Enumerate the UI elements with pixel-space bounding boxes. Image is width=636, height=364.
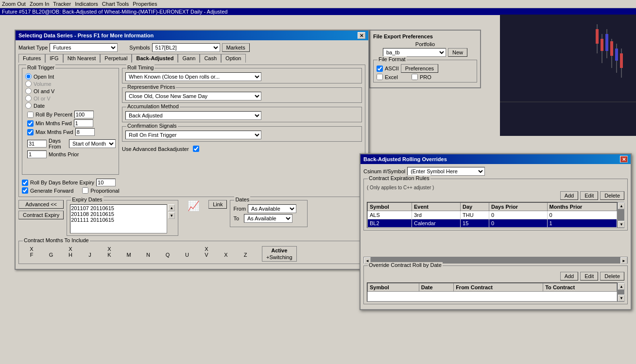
table1-scroll-up[interactable]: ▲ bbox=[618, 202, 625, 209]
radio-volume[interactable] bbox=[25, 81, 32, 87]
tab-ifg[interactable]: IFG bbox=[45, 54, 63, 63]
accumulation-method-select[interactable]: Back Adjusted bbox=[125, 111, 261, 120]
min-mnths-fwd-checkbox[interactable] bbox=[27, 120, 34, 127]
portfolio-select[interactable]: ba_tb bbox=[383, 48, 446, 57]
expiry-scroll-down[interactable]: ▼ bbox=[168, 212, 175, 219]
menu-zoomout[interactable]: Zoom Out bbox=[2, 1, 26, 7]
edit-button-1[interactable]: Edit bbox=[580, 191, 598, 200]
table-row[interactable]: BL2 Calendar 15 0 1 bbox=[368, 219, 617, 228]
proportional-label: Proportional bbox=[90, 188, 119, 194]
confirmation-signals-select[interactable]: Roll On First Trigger bbox=[125, 131, 261, 139]
generate-forward-checkbox[interactable] bbox=[22, 187, 28, 194]
days-input[interactable] bbox=[27, 140, 47, 148]
min-mnths-fwd-input[interactable] bbox=[74, 119, 93, 127]
radio-oi-or-v[interactable] bbox=[25, 95, 32, 101]
min-mnths-fwd-label: Min Mnths Fwd bbox=[35, 120, 72, 126]
symbols-select[interactable]: 517[BL2] bbox=[152, 43, 220, 52]
radio-date[interactable] bbox=[25, 102, 32, 109]
representative-prices-select[interactable]: Close Old, Close New Same Day bbox=[125, 92, 261, 100]
excel-checkbox[interactable] bbox=[377, 74, 383, 80]
portfolio-label: Portfolio bbox=[415, 41, 435, 47]
csinum-select[interactable]: (Enter Symbol Here bbox=[407, 167, 485, 176]
contract-expiry-button[interactable]: Contract Expiry bbox=[18, 211, 64, 219]
delete-button-2[interactable]: Delete bbox=[600, 272, 624, 281]
tab-gann[interactable]: Gann bbox=[178, 54, 200, 63]
roll-timing-select[interactable]: When Known (Close to Open rolls or... bbox=[125, 72, 261, 81]
tab-perpetual[interactable]: Perpetual bbox=[100, 54, 132, 63]
month-x-z bbox=[236, 246, 255, 252]
list-item: 201111 20110615 bbox=[71, 217, 166, 223]
days-from-label: Days From bbox=[49, 138, 67, 149]
advanced-button[interactable]: Advanced << bbox=[18, 200, 64, 209]
chart-title: Future #517 BL20@IOB: Back-Adjusted of W… bbox=[0, 8, 636, 15]
tab-back-adjusted[interactable]: Back-Adjusted bbox=[132, 54, 178, 63]
menu-properties[interactable]: Properties bbox=[133, 1, 157, 7]
ascii-checkbox[interactable] bbox=[377, 66, 383, 72]
link-button[interactable]: Link bbox=[208, 200, 227, 209]
month-x-x bbox=[216, 246, 236, 252]
main-area: File Export Preferences Portfolio ba_tb … bbox=[0, 15, 636, 362]
month-m: M bbox=[119, 252, 138, 258]
only-applies-note: ( Only applies to C++ adjuster ) bbox=[367, 185, 624, 190]
table-row[interactable]: ALS 3rd THU 0 0 bbox=[368, 211, 617, 219]
tab-cash[interactable]: Cash bbox=[200, 54, 221, 63]
table2-scroll-down[interactable]: ▼ bbox=[618, 295, 625, 301]
edit-button-2[interactable]: Edit bbox=[580, 272, 598, 281]
add-button-2[interactable]: Add bbox=[560, 272, 579, 281]
tab-nth-nearest[interactable]: Nth Nearest bbox=[63, 54, 101, 63]
col-symbol: Symbol bbox=[368, 203, 412, 211]
roll-by-days-input[interactable] bbox=[96, 179, 116, 186]
menu-zoomin[interactable]: Zoom In bbox=[30, 1, 49, 7]
tab-futures[interactable]: Futures bbox=[18, 54, 45, 63]
markets-button[interactable]: Markets bbox=[222, 43, 250, 52]
menu-indicators[interactable]: Indicators bbox=[75, 1, 98, 7]
market-type-select[interactable]: Futures bbox=[50, 43, 118, 52]
use-advanced-checkbox[interactable] bbox=[193, 146, 199, 152]
list-item: 201107 20110615 bbox=[71, 205, 166, 211]
file-export-title: File Export Preferences bbox=[373, 33, 477, 39]
tab-option[interactable]: Option bbox=[221, 54, 245, 63]
switching-label: +Switching bbox=[266, 254, 292, 260]
roll-by-percent-checkbox[interactable] bbox=[27, 112, 34, 118]
max-mnths-fwd-checkbox[interactable] bbox=[27, 129, 34, 135]
dialog-title-bar: Selecting Data Series - Press F1 for Mor… bbox=[16, 31, 368, 40]
months-prior-input[interactable] bbox=[27, 150, 47, 158]
roll-by-percent-input[interactable] bbox=[74, 111, 94, 118]
menu-charttools[interactable]: Chart Tools bbox=[102, 1, 129, 7]
symbols-label: Symbols bbox=[129, 45, 150, 50]
selecting-data-series-dialog: Selecting Data Series - Press F1 for Mor… bbox=[15, 30, 369, 270]
delete-button-1[interactable]: Delete bbox=[600, 191, 624, 200]
radio-oi-and-v[interactable] bbox=[25, 88, 32, 94]
max-mnths-fwd-input[interactable] bbox=[75, 128, 95, 136]
expiry-scroll-up[interactable]: ▲ bbox=[168, 204, 175, 211]
month-v: V bbox=[197, 252, 216, 258]
add-button-1[interactable]: Add bbox=[560, 191, 579, 200]
cell-event: Calendar bbox=[412, 219, 460, 228]
month-x-g bbox=[41, 246, 61, 252]
expiry-dates-list[interactable]: 201107 20110615 201108 20110615 201111 2… bbox=[70, 204, 167, 233]
to-select[interactable]: As Available bbox=[244, 214, 292, 223]
from-select[interactable]: As Available bbox=[248, 204, 296, 213]
new-portfolio-button[interactable]: New bbox=[448, 48, 467, 57]
preferences-button[interactable]: Preferences bbox=[401, 64, 438, 73]
file-format-label: File Format bbox=[378, 56, 407, 62]
proportional-checkbox[interactable] bbox=[82, 187, 88, 194]
table1-scroll-right[interactable]: ► bbox=[620, 257, 627, 264]
baro-close-button[interactable]: ✕ bbox=[620, 156, 628, 163]
baro-dialog: Back-Adjusted Rolling Overrides ✕ Csinum… bbox=[360, 153, 632, 310]
months-prior-label: Months Prior bbox=[49, 151, 79, 157]
radio-open-int[interactable] bbox=[25, 73, 32, 80]
contract-months-label: Contract Months To Include bbox=[23, 237, 90, 243]
col-days-prior: Days Prior bbox=[489, 203, 548, 211]
close-button[interactable]: ✕ bbox=[358, 32, 365, 39]
date-label: Date bbox=[34, 103, 45, 109]
max-mnths-fwd-label: Max Mnths Fwd bbox=[35, 129, 73, 135]
days-from-select[interactable]: Start of Month End of Month bbox=[69, 139, 116, 148]
roll-by-days-checkbox[interactable] bbox=[22, 180, 28, 186]
table1-scroll-down[interactable]: ▼ bbox=[618, 221, 625, 228]
pro-checkbox[interactable] bbox=[412, 74, 418, 80]
table2-scroll-up[interactable]: ▲ bbox=[618, 283, 625, 290]
menu-tracker[interactable]: Tracker bbox=[53, 1, 71, 7]
table-row bbox=[368, 292, 617, 301]
pro-label: PRO bbox=[420, 74, 431, 80]
